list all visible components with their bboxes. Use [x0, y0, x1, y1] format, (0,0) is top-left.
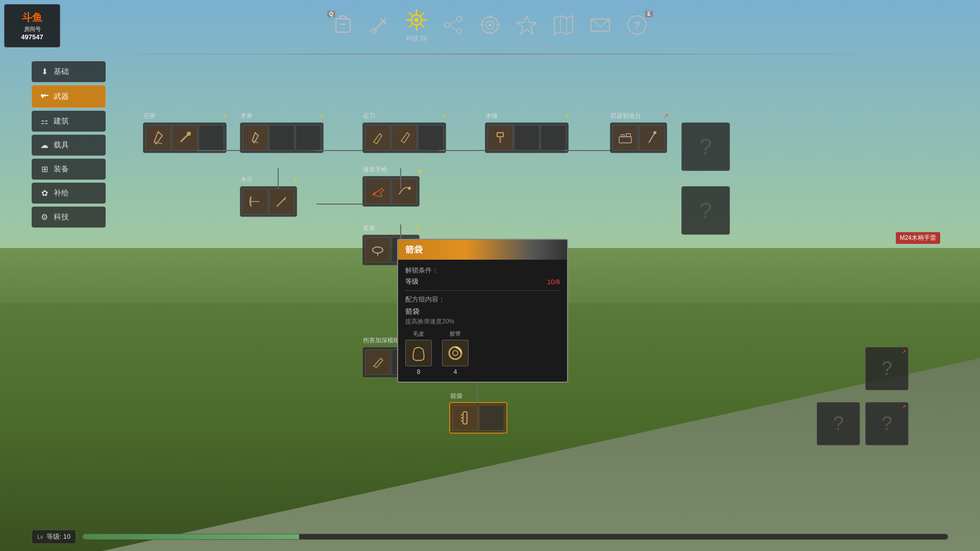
sidebar-item-science[interactable]: ⚙ 科技	[32, 207, 106, 228]
sidebar-item-supply[interactable]: ✿ 补给	[32, 183, 106, 204]
svg-rect-54	[497, 133, 503, 137]
cell	[391, 179, 417, 204]
stone-axe-check: ✓	[223, 112, 229, 120]
flint-pistol-cells	[365, 179, 417, 204]
svg-rect-36	[42, 96, 43, 98]
svg-marker-27	[517, 16, 536, 34]
cell	[541, 125, 566, 151]
mail-icon	[587, 12, 614, 38]
building-icon: ⚏	[39, 116, 50, 126]
svg-rect-58	[626, 134, 630, 137]
recipe-item-desc: 提高换弹速度20%	[405, 317, 560, 326]
cell	[365, 125, 390, 151]
tech-node-stone-axe[interactable]: 石斧 ✓	[143, 122, 227, 153]
tech-node-locked-1[interactable]: ? ↗	[865, 347, 909, 390]
cell	[418, 125, 444, 151]
svg-text:?: ?	[633, 19, 640, 32]
m24-label: M24木柄手雷	[896, 232, 940, 244]
bottom-bar: Lv 等级: 10	[32, 527, 948, 547]
svg-point-51	[187, 132, 191, 136]
social-icon	[440, 12, 467, 38]
svg-line-18	[450, 20, 457, 25]
nav-item-tools[interactable]	[366, 12, 393, 38]
nav-item-star[interactable]	[513, 12, 540, 38]
basic-icon: ⬇	[39, 67, 50, 77]
svg-point-22	[488, 23, 492, 27]
cell	[391, 125, 417, 151]
sidebar-label-building: 建筑	[54, 116, 69, 126]
supply-icon: ✿	[39, 188, 50, 198]
svg-rect-34	[41, 94, 46, 96]
nav-item-mail[interactable]	[587, 12, 614, 38]
stone-axe-cells	[145, 125, 224, 151]
nav-item-tech[interactable]: 科技 [0]	[403, 7, 430, 43]
wood-bow-check: ✓	[293, 176, 299, 184]
svg-point-73	[453, 350, 458, 356]
weapon-icon	[39, 91, 50, 102]
tech-node-wood-bow[interactable]: 木弓 ✓	[240, 186, 297, 217]
recipe-materials: 毛皮 8 胶带 4	[405, 330, 560, 375]
quiver-cells	[452, 405, 504, 431]
cell	[296, 125, 321, 151]
sidebar-item-basic[interactable]: ⬇ 基础	[32, 61, 106, 82]
cell	[199, 125, 224, 151]
wood-bow-cells	[242, 189, 295, 214]
target-icon	[477, 12, 503, 38]
flint-pistol-plus: +	[418, 166, 423, 177]
svg-line-14	[409, 24, 412, 28]
sidebar-item-weapon[interactable]: 武器	[32, 85, 106, 108]
tooltip-header: 箭袋	[398, 240, 567, 260]
nav-item-bag[interactable]: Q	[330, 12, 356, 38]
sidebar-label-supply: 补给	[54, 188, 69, 198]
svg-line-11	[409, 12, 412, 16]
tooltip-body: 解锁条件： 等级 10/8 配方组内容： 箭袋 提高换弹速度20% 毛皮 8 胶…	[398, 260, 567, 382]
tech-node-stone-knife[interactable]: 石刀 ✓	[362, 122, 446, 153]
tech-node-wood-axe[interactable]: 木斧 ✓	[240, 122, 324, 153]
tooltip-level-row: 等级 10/8	[405, 277, 560, 286]
nav-divider	[66, 54, 914, 55]
material-hide: 毛皮 8	[405, 330, 432, 375]
recipe-item-name: 箭袋	[405, 307, 560, 316]
sidebar-item-vehicle[interactable]: ☁ 载具	[32, 135, 106, 156]
tape-icon-box	[442, 340, 469, 366]
left-sidebar: ⬇ 基础 武器 ⚏ 建筑 ☁ 载具 ⊞ 装备 ✿ 补给 ⚙ 科技	[32, 61, 106, 228]
svg-rect-1	[340, 23, 346, 25]
wood-axe-label: 木斧	[240, 112, 253, 120]
stone-knife-cells	[365, 125, 444, 151]
sidebar-item-equipment[interactable]: ⊞ 装备	[32, 159, 106, 180]
tech-node-unknown-1[interactable]: ?	[681, 122, 730, 171]
tech-node-wood-hammer[interactable]: 木锤 ✓	[485, 122, 569, 153]
nav-item-social[interactable]	[440, 12, 467, 38]
stone-axe-label: 石斧	[143, 112, 156, 120]
cell	[612, 125, 638, 151]
top-nav-bar: Q	[0, 0, 980, 56]
tech-node-weapon-forge[interactable]: 武器制造台 ↗	[610, 122, 667, 153]
cell	[365, 349, 390, 375]
svg-line-13	[421, 12, 424, 16]
nav-item-target[interactable]	[477, 12, 503, 38]
sidebar-label-weapon: 武器	[54, 92, 69, 102]
weapon-forge-badge: ↗	[663, 112, 669, 120]
flint-pistol-label: 燧发手枪	[363, 165, 387, 174]
cell	[479, 405, 504, 431]
unlock-condition-label: 解锁条件：	[405, 266, 560, 275]
tech-node-unknown-2[interactable]: ?	[681, 186, 730, 235]
wood-bow-label: 木弓	[240, 176, 253, 184]
tech-node-locked-3[interactable]: ?	[817, 402, 860, 445]
level-value: 等级: 10	[46, 532, 71, 541]
weapon-forge-cells	[612, 125, 665, 151]
nav-item-help[interactable]: E ?	[624, 12, 650, 38]
lv-label: Lv	[37, 534, 43, 540]
tech-node-locked-2[interactable]: ? ↗	[865, 402, 909, 445]
svg-line-12	[421, 24, 424, 28]
tech-label: 科技 [0]	[406, 34, 427, 43]
weapon-forge-label: 武器制造台	[610, 112, 641, 120]
tech-node-flint-pistol[interactable]: 燧发手枪 +	[362, 176, 420, 207]
tech-node-quiver[interactable]: 箭袋	[449, 402, 507, 434]
tape-name: 胶带	[450, 330, 461, 338]
sidebar-item-building[interactable]: ⚏ 建筑	[32, 111, 106, 132]
sidebar-label-basic: 基础	[54, 67, 69, 77]
vehicle-icon: ☁	[39, 140, 50, 150]
nav-item-map[interactable]	[550, 12, 577, 38]
wood-hammer-label: 木锤	[485, 112, 498, 120]
